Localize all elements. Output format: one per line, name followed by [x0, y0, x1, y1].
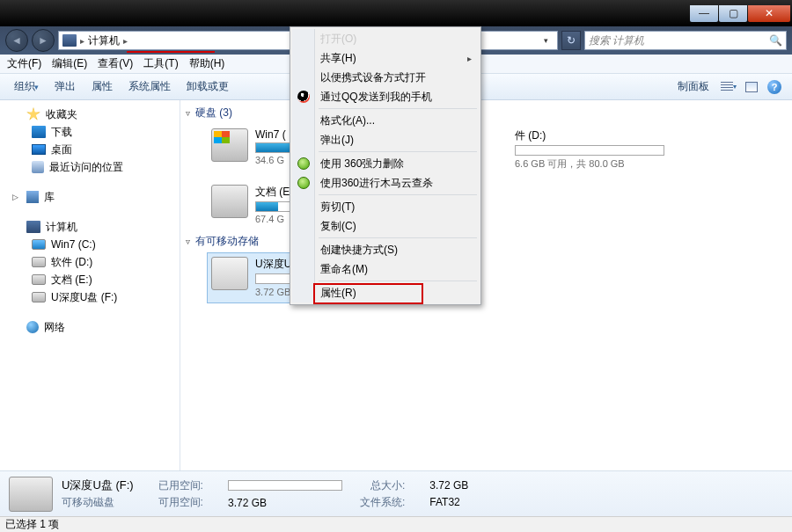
search-input[interactable]: 搜索 计算机 🔍	[584, 31, 787, 50]
back-button[interactable]: ◄	[5, 29, 28, 52]
properties-button[interactable]: 属性	[84, 76, 120, 98]
computer-icon	[62, 34, 77, 47]
drive-d[interactable]: 件 (D:) 6.6 GB 可用，共 80.0 GB	[510, 124, 713, 175]
star-icon	[26, 107, 40, 121]
annotation-underline	[127, 51, 215, 53]
details-free-label: 可用空间:	[158, 495, 203, 510]
network-icon	[26, 321, 39, 333]
eject-button[interactable]: 弹出	[48, 76, 83, 98]
360-icon	[297, 157, 310, 170]
forward-button[interactable]: ►	[32, 29, 55, 52]
ctx-rename[interactable]: 重命名(M)	[292, 259, 479, 279]
search-placeholder: 搜索 计算机	[589, 33, 644, 48]
breadcrumb-computer[interactable]: 计算机	[88, 33, 120, 48]
window-titlebar: — ▢ ✕	[0, 0, 792, 26]
minimize-button[interactable]: —	[690, 5, 718, 22]
drive-icon	[32, 257, 46, 267]
details-fs-value: FAT32	[429, 496, 468, 508]
sidebar-favorites[interactable]: 收藏夹	[0, 106, 180, 123]
address-dropdown[interactable]: ▾	[538, 36, 554, 45]
desktop-icon	[32, 144, 46, 155]
details-type: 可移动磁盘	[62, 495, 134, 510]
content-pane: ▿硬盘 (3) Win7 ( 34.6 G 件 (D:) 6.6 GB 可用，共…	[180, 100, 792, 470]
computer-icon	[26, 221, 40, 233]
system-properties-button[interactable]: 系统属性	[121, 76, 178, 98]
menu-file[interactable]: 文件(F)	[7, 56, 41, 71]
sidebar-drive-f[interactable]: U深度U盘 (F:)	[0, 288, 180, 306]
ctx-360-scan[interactable]: 使用360进行木马云查杀	[292, 173, 479, 193]
capacity-bar	[515, 145, 664, 156]
menu-edit[interactable]: 编辑(E)	[52, 56, 87, 71]
sidebar-downloads[interactable]: 下载	[0, 123, 180, 141]
ctx-open[interactable]: 打开(O)	[292, 29, 479, 48]
drive-icon	[32, 239, 46, 250]
sidebar-libraries[interactable]: ▷库	[0, 188, 180, 206]
breadcrumb-sep2[interactable]: ▸	[123, 36, 128, 46]
drive-icon-large	[9, 477, 53, 512]
menu-view[interactable]: 查看(V)	[98, 56, 133, 71]
breadcrumb-sep: ▸	[80, 36, 84, 46]
help-button[interactable]: ?	[764, 77, 785, 98]
navigation-pane: 收藏夹 下载 桌面 最近访问的位置 ▷库 计算机 Win7 (C:) 软件 (D…	[0, 100, 180, 470]
sidebar-drive-d[interactable]: 软件 (D:)	[0, 253, 180, 271]
search-icon: 🔍	[769, 34, 782, 47]
ctx-create-shortcut[interactable]: 创建快捷方式(S)	[292, 240, 479, 259]
control-panel-button[interactable]: 制面板	[671, 76, 716, 98]
organize-button[interactable]: 组织▾	[7, 76, 46, 98]
sidebar-network[interactable]: 网络	[0, 318, 180, 336]
download-icon	[32, 126, 46, 138]
details-fs-label: 文件系统:	[360, 495, 405, 510]
drive-icon	[32, 292, 46, 302]
help-icon: ?	[767, 80, 781, 94]
sidebar-computer[interactable]: 计算机	[0, 218, 180, 236]
sidebar-desktop[interactable]: 桌面	[0, 141, 180, 158]
menu-help[interactable]: 帮助(H)	[189, 56, 225, 71]
libraries-icon	[26, 191, 39, 203]
details-pane: U深度U盘 (F:) 已用空间: 可移动磁盘 可用空间: 3.72 GB 总大小…	[0, 470, 792, 516]
ctx-qq-send[interactable]: 通过QQ发送到我的手机	[292, 87, 479, 106]
360-icon	[297, 177, 310, 189]
ctx-360-delete[interactable]: 使用 360强力删除	[292, 154, 479, 173]
qq-icon	[297, 91, 310, 103]
sidebar-recent[interactable]: 最近访问的位置	[0, 158, 180, 176]
preview-pane-button[interactable]	[741, 77, 762, 98]
details-name: U深度U盘 (F:)	[62, 477, 134, 493]
recent-icon	[32, 161, 44, 173]
menu-tools[interactable]: 工具(T)	[143, 56, 178, 71]
details-total-value: 3.72 GB	[429, 479, 468, 492]
context-menu: 打开(O) 共享(H)▸ 以便携式设备方式打开 通过QQ发送到我的手机 格式化(…	[290, 26, 481, 305]
maximize-button[interactable]: ▢	[719, 5, 747, 22]
drive-icon	[32, 274, 46, 285]
uninstall-button[interactable]: 卸载或更	[180, 76, 236, 98]
details-free-value: 3.72 GB	[228, 497, 342, 509]
ctx-copy[interactable]: 复制(C)	[292, 216, 479, 236]
close-button[interactable]: ✕	[748, 5, 790, 22]
ctx-open-portable[interactable]: 以便携式设备方式打开	[292, 68, 479, 87]
drive-capacity-text: 6.6 GB 可用，共 80.0 GB	[515, 157, 664, 171]
view-options-button[interactable]: ▾	[718, 77, 739, 98]
details-total-label: 总大小:	[360, 478, 405, 493]
drive-icon	[211, 185, 248, 218]
sidebar-drive-e[interactable]: 文档 (E:)	[0, 271, 180, 288]
status-text: 已选择 1 项	[5, 517, 59, 532]
section-hard-disks[interactable]: ▿硬盘 (3)	[186, 106, 783, 120]
refresh-button[interactable]: ↻	[561, 31, 581, 50]
ctx-cut[interactable]: 剪切(T)	[292, 197, 479, 216]
drive-icon	[211, 128, 248, 162]
details-used-label: 已用空间:	[158, 478, 203, 493]
usb-drive-icon	[211, 257, 248, 290]
drive-label: 件 (D:)	[515, 128, 664, 143]
details-used-bar	[228, 480, 342, 491]
status-bar: 已选择 1 项	[0, 516, 792, 532]
ctx-properties[interactable]: 属性(R)	[292, 283, 479, 302]
ctx-share[interactable]: 共享(H)▸	[292, 48, 479, 68]
ctx-format[interactable]: 格式化(A)...	[292, 111, 479, 130]
ctx-eject[interactable]: 弹出(J)	[292, 130, 479, 149]
sidebar-drive-c[interactable]: Win7 (C:)	[0, 236, 180, 253]
section-removable[interactable]: ▿有可移动存储	[186, 234, 783, 249]
